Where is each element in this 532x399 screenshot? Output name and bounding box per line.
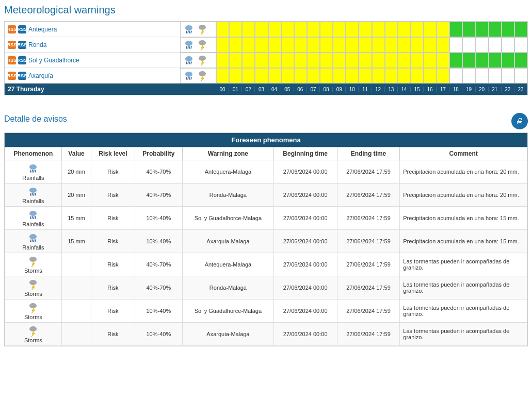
svg-point-14 bbox=[185, 56, 192, 61]
risk-cell: Risk bbox=[91, 253, 135, 276]
hour-cell bbox=[385, 68, 398, 84]
hour-cell bbox=[307, 53, 320, 68]
phenomenon-label: Storms bbox=[24, 291, 42, 297]
hour-cell bbox=[268, 68, 281, 84]
hour-cell bbox=[411, 37, 424, 53]
svg-line-1 bbox=[186, 31, 187, 33]
end-cell: 27/06/2024 17:59 bbox=[337, 300, 400, 323]
risk-cell: Risk bbox=[91, 230, 135, 253]
hour-cell bbox=[359, 22, 372, 37]
probability-cell: 10%-40% bbox=[135, 323, 183, 346]
hour-cell bbox=[320, 37, 333, 53]
location-row: RSS RSS Sol y Guadalhorce bbox=[5, 53, 527, 68]
hour-cell bbox=[346, 37, 359, 53]
hour-label: 06 bbox=[294, 87, 307, 92]
svg-line-2 bbox=[188, 31, 188, 33]
svg-marker-20 bbox=[201, 61, 204, 66]
risk-cell: Risk bbox=[91, 207, 135, 230]
day-bar: 27 Thursday00010203040506070809101112131… bbox=[5, 84, 527, 95]
hour-cell bbox=[255, 68, 268, 84]
weather-icons-cell bbox=[180, 53, 216, 68]
svg-point-5 bbox=[199, 25, 206, 30]
location-link[interactable]: Antequera bbox=[28, 26, 57, 33]
detail-table-container: Foreseen phenomena PhenomenonValueRisk l… bbox=[4, 132, 528, 346]
comment-cell: Precipitacion acumulada en una hora: 15 … bbox=[400, 230, 527, 253]
svg-line-9 bbox=[188, 46, 188, 48]
svg-line-30 bbox=[32, 170, 33, 172]
hour-label: 00 bbox=[216, 87, 229, 92]
svg-line-31 bbox=[34, 170, 34, 172]
phenomenon-cell: Storms bbox=[5, 276, 62, 300]
location-link[interactable]: Sol y Guadalhorce bbox=[28, 57, 79, 64]
hour-label: 22 bbox=[502, 87, 514, 92]
hour-cell bbox=[489, 22, 502, 37]
hour-cell bbox=[346, 53, 359, 68]
hour-cell bbox=[476, 53, 489, 68]
column-header: Warning zone bbox=[183, 147, 274, 160]
hour-cell bbox=[281, 22, 294, 37]
location-link[interactable]: Ronda bbox=[28, 41, 46, 48]
value-cell bbox=[61, 300, 91, 323]
hour-cell bbox=[462, 68, 475, 84]
hour-cell bbox=[255, 53, 268, 68]
svg-marker-27 bbox=[201, 76, 204, 81]
hour-cell bbox=[268, 22, 281, 37]
comment-cell: Precipitacion acumulada en una hora: 15 … bbox=[400, 207, 527, 230]
end-cell: 27/06/2024 17:59 bbox=[337, 184, 400, 207]
svg-point-48 bbox=[29, 257, 37, 262]
zone-cell: Ronda-Malaga bbox=[183, 276, 274, 300]
value-cell: 20 mm bbox=[61, 160, 91, 184]
location-link[interactable]: Axarquía bbox=[28, 72, 53, 79]
hour-cell bbox=[502, 68, 514, 84]
svg-point-28 bbox=[29, 164, 37, 170]
end-cell: 27/06/2024 17:59 bbox=[337, 160, 400, 184]
foreseen-table: PhenomenonValueRisk levelProbabilityWarn… bbox=[5, 147, 527, 346]
hour-cell bbox=[281, 37, 294, 53]
comment-cell: Las tormentas pueden ir acompañadas de g… bbox=[400, 323, 527, 346]
probability-cell: 40%-70% bbox=[135, 184, 183, 207]
svg-point-50 bbox=[29, 280, 37, 285]
phenomenon-label: Storms bbox=[24, 314, 42, 320]
svg-line-15 bbox=[186, 62, 187, 64]
hour-cell bbox=[489, 37, 502, 53]
location-row: RSS RSS Ronda bbox=[5, 37, 527, 53]
svg-point-54 bbox=[29, 326, 37, 331]
hour-cell bbox=[320, 68, 333, 84]
table-row: StormsRisk40%-70%Antequera-Malaga27/06/2… bbox=[5, 253, 527, 276]
hour-cell bbox=[385, 22, 398, 37]
phenomenon-label: Rainfalls bbox=[22, 198, 44, 204]
value-cell: 15 mm bbox=[61, 207, 91, 230]
zone-cell: Axarquia-Malaga bbox=[183, 323, 274, 346]
end-cell: 27/06/2024 17:59 bbox=[337, 276, 400, 300]
svg-line-8 bbox=[186, 46, 187, 48]
hour-label: 11 bbox=[359, 87, 372, 92]
hour-cell bbox=[320, 53, 333, 68]
hour-cell bbox=[216, 68, 229, 84]
hour-cell bbox=[502, 37, 514, 53]
svg-point-0 bbox=[185, 25, 192, 30]
hour-cell bbox=[359, 68, 372, 84]
svg-line-46 bbox=[34, 240, 34, 242]
print-button[interactable]: 🖨 bbox=[511, 113, 528, 129]
begin-cell: 27/06/2024 00:00 bbox=[273, 207, 337, 230]
hour-cell bbox=[320, 22, 333, 37]
svg-marker-51 bbox=[31, 285, 35, 290]
hour-grid bbox=[216, 22, 527, 37]
table-row: StormsRisk10%-40%Sol y Guadalhorce-Malag… bbox=[5, 300, 527, 323]
hour-cell bbox=[359, 37, 372, 53]
hour-cell bbox=[449, 53, 462, 68]
begin-cell: 27/06/2024 00:00 bbox=[273, 160, 337, 184]
begin-cell: 27/06/2024 00:00 bbox=[273, 276, 337, 300]
weather-icons-cell bbox=[180, 37, 216, 53]
hour-cell bbox=[424, 53, 437, 68]
svg-point-52 bbox=[29, 303, 37, 308]
location-row: RSS RSS Axarquía bbox=[5, 68, 527, 84]
hour-cell bbox=[411, 22, 424, 37]
hour-cell bbox=[216, 22, 229, 37]
svg-line-17 bbox=[189, 62, 190, 64]
probability-cell: 40%-70% bbox=[135, 276, 183, 300]
svg-line-3 bbox=[189, 31, 190, 33]
hour-label: 20 bbox=[476, 87, 489, 92]
zone-cell: Sol y Guadalhorce-Malaga bbox=[183, 207, 274, 230]
begin-cell: 27/06/2024 00:00 bbox=[273, 230, 337, 253]
